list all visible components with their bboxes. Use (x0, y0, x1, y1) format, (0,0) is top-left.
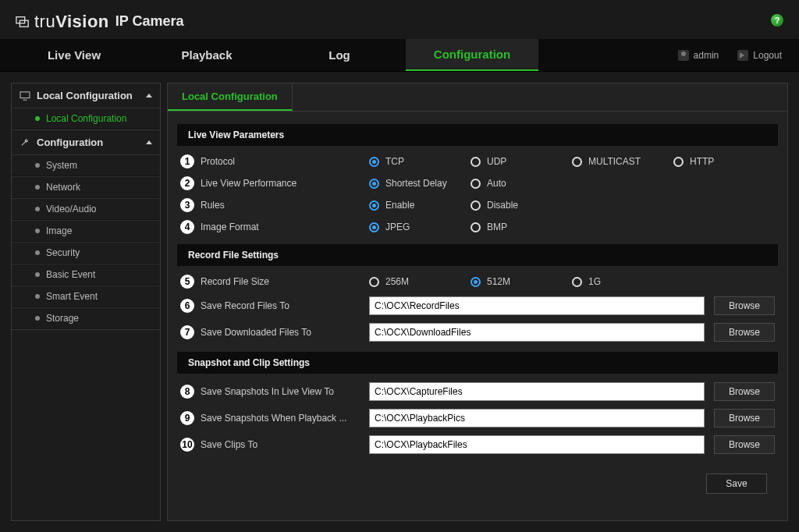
section-record-file-settings: Record File Settings (177, 244, 778, 266)
radio-icon (673, 157, 684, 167)
bullet-icon (35, 185, 40, 190)
nav-tab-playback[interactable]: Playback (140, 39, 273, 71)
sidebar-item-storage[interactable]: Storage (12, 307, 160, 329)
callout-6: 6 (180, 299, 194, 313)
logout-icon (737, 50, 748, 61)
radio-icon (369, 200, 379, 211)
radio-perf-auto[interactable]: Auto (471, 178, 572, 189)
browse-record-files[interactable]: Browse (714, 296, 775, 315)
save-button[interactable]: Save (706, 473, 767, 494)
callout-1: 1 (180, 154, 194, 168)
bullet-icon (35, 272, 40, 277)
sidebar-item-system[interactable]: System (12, 154, 160, 176)
row-record-file-size: 5 Record File Size 256M 512M 1G (177, 271, 778, 293)
radio-icon (369, 157, 379, 167)
radio-icon (471, 222, 481, 232)
radio-protocol-tcp[interactable]: TCP (369, 156, 471, 167)
radio-protocol-http[interactable]: HTTP (673, 156, 775, 167)
row-image-format: 4 Image Format JPEG BMP (177, 216, 778, 238)
row-save-snapshots-playback: 9 Save Snapshots When Playback ... Brows… (177, 405, 778, 431)
input-snapshots-live-path[interactable] (369, 382, 705, 401)
radio-protocol-multicast[interactable]: MULTICAST (572, 156, 673, 167)
radio-icon (572, 277, 582, 287)
sidebar-item-video-audio[interactable]: Video/Audio (12, 198, 160, 220)
browse-snapshots-playback[interactable]: Browse (714, 409, 775, 427)
browse-clips[interactable]: Browse (714, 435, 775, 454)
help-icon[interactable]: ? (771, 14, 783, 27)
nav-tab-live-view[interactable]: Live View (8, 39, 140, 71)
radio-format-bmp[interactable]: BMP (471, 222, 572, 232)
sidebar-item-local-configuration[interactable]: Local Configuration (12, 108, 160, 129)
user-area[interactable]: admin (669, 39, 729, 71)
logo-icon (16, 15, 30, 29)
radio-icon (471, 277, 481, 287)
callout-5: 5 (180, 275, 194, 289)
sidebar-item-security[interactable]: Security (12, 242, 160, 264)
brand-text: truVision (34, 12, 109, 32)
user-icon (678, 50, 689, 61)
radio-size-256m[interactable]: 256M (369, 276, 471, 287)
nav-tab-configuration[interactable]: Configuration (406, 39, 538, 71)
section-snapshot-clip-settings: Snapshot and Clip Settings (177, 352, 778, 374)
radio-icon (369, 222, 379, 232)
content-tab-local-configuration[interactable]: Local Configuration (168, 83, 293, 111)
bullet-icon (35, 207, 40, 211)
radio-rules-disable[interactable]: Disable (471, 200, 572, 211)
radio-icon (572, 157, 582, 167)
radio-format-jpeg[interactable]: JPEG (369, 222, 471, 232)
radio-rules-enable[interactable]: Enable (369, 200, 471, 211)
logout-button[interactable]: Logout (728, 39, 791, 71)
row-save-downloaded-files: 7 Save Downloaded Files To Browse (177, 319, 778, 346)
browse-snapshots-live[interactable]: Browse (714, 382, 775, 401)
input-snapshots-playback-path[interactable] (369, 409, 705, 427)
username: admin (694, 50, 719, 61)
app-header: truVision IP Camera ? (0, 0, 799, 39)
callout-4: 4 (180, 220, 194, 234)
sidebar-section-configuration[interactable]: Configuration (12, 130, 160, 154)
main-nav: Live View Playback Log Configuration adm… (0, 39, 799, 72)
radio-icon (471, 200, 481, 211)
nav-tab-log[interactable]: Log (273, 39, 406, 71)
wrench-icon (20, 138, 30, 147)
row-save-record-files: 6 Save Record Files To Browse (177, 293, 778, 319)
chevron-up-icon (146, 94, 152, 98)
sidebar-item-network[interactable]: Network (12, 176, 160, 198)
svg-rect-2 (20, 91, 30, 98)
radio-icon (369, 277, 379, 287)
bullet-icon (35, 229, 40, 233)
sidebar: Local Configuration Local Configuration … (11, 83, 161, 521)
row-protocol: 1 Protocol TCP UDP MULTICAST HTTP (177, 151, 778, 172)
browse-downloaded-files[interactable]: Browse (714, 323, 775, 342)
brand-subtitle: IP Camera (115, 13, 184, 30)
input-downloaded-files-path[interactable] (369, 323, 705, 342)
bullet-icon (35, 250, 40, 255)
row-save-clips: 10 Save Clips To Browse (177, 431, 778, 458)
monitor-icon (20, 91, 30, 101)
content-area: Local Configuration Live View Parameters… (167, 83, 788, 521)
sidebar-section-local-configuration[interactable]: Local Configuration (12, 83, 160, 108)
callout-8: 8 (180, 385, 194, 399)
callout-10: 10 (180, 438, 194, 452)
radio-icon (471, 179, 481, 189)
row-live-view-performance: 2 Live View Performance Shortest Delay A… (177, 172, 778, 194)
sidebar-item-basic-event[interactable]: Basic Event (12, 264, 160, 286)
radio-perf-shortest-delay[interactable]: Shortest Delay (369, 178, 471, 189)
bullet-icon (35, 316, 40, 321)
radio-protocol-udp[interactable]: UDP (471, 156, 572, 167)
callout-9: 9 (180, 411, 194, 425)
bullet-icon (35, 163, 40, 168)
radio-size-1g[interactable]: 1G (572, 276, 673, 287)
bullet-icon (35, 294, 40, 299)
row-rules: 3 Rules Enable Disable (177, 194, 778, 216)
row-save-snapshots-live: 8 Save Snapshots In Live View To Browse (177, 378, 778, 405)
radio-size-512m[interactable]: 512M (471, 276, 572, 287)
chevron-up-icon (146, 140, 152, 144)
input-record-files-path[interactable] (369, 296, 705, 315)
callout-7: 7 (180, 325, 194, 339)
sidebar-item-image[interactable]: Image (12, 220, 160, 242)
radio-icon (471, 157, 481, 167)
callout-2: 2 (180, 176, 194, 190)
radio-icon (369, 179, 379, 189)
input-clips-path[interactable] (369, 435, 705, 454)
sidebar-item-smart-event[interactable]: Smart Event (12, 286, 160, 307)
